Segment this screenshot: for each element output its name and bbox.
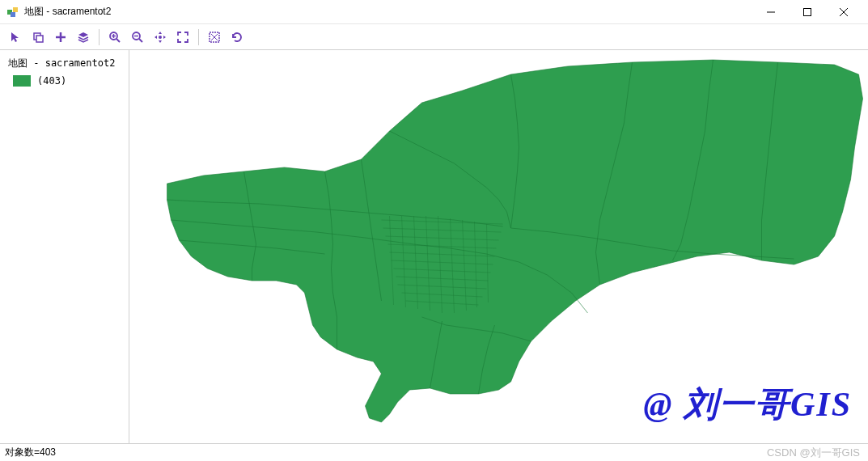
- svg-rect-4: [803, 8, 811, 15]
- titlebar: 地图 - sacramentot2: [0, 0, 868, 24]
- app-icon: [6, 6, 19, 19]
- statusbar: 对象数=403 CSDN @刘一哥GIS: [0, 443, 868, 461]
- minimize-button[interactable]: [752, 1, 789, 23]
- maximize-button[interactable]: [789, 1, 825, 23]
- main-area: 地图 - sacramentot2 (403): [0, 50, 868, 443]
- legend-label: (403): [37, 75, 66, 87]
- toolbar-separator: [99, 29, 100, 45]
- zoom-out-tool[interactable]: [127, 27, 148, 48]
- toolbar-separator: [198, 29, 199, 45]
- layer-title[interactable]: 地图 - sacramentot2: [5, 55, 124, 72]
- svg-point-18: [159, 36, 162, 39]
- legend-swatch: [13, 75, 31, 87]
- layers-panel: 地图 - sacramentot2 (403): [0, 50, 129, 443]
- window-title: 地图 - sacramentot2: [24, 5, 752, 19]
- svg-line-12: [116, 39, 120, 42]
- duplicate-tool[interactable]: [28, 27, 49, 48]
- add-tool[interactable]: [50, 27, 71, 48]
- watermark: @ 刘一哥GIS: [644, 382, 852, 427]
- pointer-tool[interactable]: [5, 27, 26, 48]
- refresh-tool[interactable]: [227, 27, 248, 48]
- legend-item[interactable]: (403): [5, 72, 124, 90]
- svg-line-16: [139, 39, 142, 42]
- full-extent-tool[interactable]: [172, 27, 193, 48]
- svg-rect-2: [11, 12, 15, 17]
- svg-rect-1: [13, 7, 18, 12]
- csdn-watermark: CSDN @刘一哥GIS: [767, 446, 860, 460]
- svg-rect-8: [36, 36, 43, 42]
- map-canvas[interactable]: @ 刘一哥GIS: [129, 50, 868, 443]
- status-objects: 对象数=403: [5, 446, 56, 459]
- window-controls: [752, 1, 862, 23]
- layers-tool[interactable]: [73, 27, 94, 48]
- zoom-in-tool[interactable]: [104, 27, 125, 48]
- pan-tool[interactable]: [150, 27, 171, 48]
- select-rect-tool[interactable]: [204, 27, 225, 48]
- toolbar: [0, 24, 868, 50]
- close-button[interactable]: [825, 1, 862, 23]
